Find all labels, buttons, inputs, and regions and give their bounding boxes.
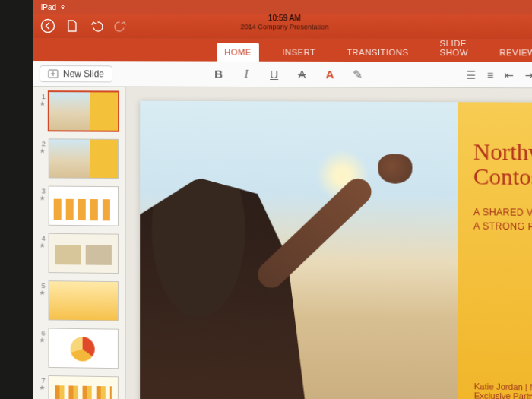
ribbon-tabs: HOME INSERT TRANSITIONS SLIDE SHOW REVIE…: [33, 38, 532, 62]
svg-point-0: [41, 19, 54, 32]
slide-sub-1: A SHARED VI: [473, 207, 532, 219]
indent-left-button[interactable]: ⇤: [505, 68, 514, 81]
file-icon[interactable]: [64, 17, 81, 34]
redo-icon[interactable]: [112, 17, 129, 34]
strike-button[interactable]: A: [294, 68, 309, 81]
thumb-2[interactable]: [49, 138, 119, 179]
wifi-icon: ᯤ: [61, 3, 68, 11]
ios-status-bar: iPad ᯤ: [33, 0, 532, 14]
slide-sub-2: A STRONG P: [473, 220, 532, 233]
numbered-button[interactable]: ≡: [487, 68, 493, 81]
slide-canvas[interactable]: Northw Contos A SHARED VI A STRONG P Kat…: [126, 87, 532, 399]
app-frame: iPad ᯤ 10:59 AM 2014 Company Presentatio…: [33, 0, 532, 399]
thumb-1[interactable]: [49, 91, 119, 131]
italic-button[interactable]: I: [239, 68, 254, 81]
tab-insert[interactable]: INSERT: [274, 43, 323, 62]
underline-button[interactable]: U: [266, 68, 281, 81]
new-slide-label: New Slide: [63, 68, 104, 79]
home-toolbar: New Slide B I U A A ✎ ☰ ≡ ⇤ ⇥: [33, 61, 532, 88]
slide-footer: Katie Jordan | N Exclusive Partne: [474, 382, 532, 399]
slide-title: Northw Contos: [473, 139, 532, 190]
indent-right-button[interactable]: ⇥: [525, 68, 532, 81]
undo-icon[interactable]: [88, 17, 105, 34]
font-color-button[interactable]: A: [322, 68, 337, 81]
format-group: B I U A A ✎: [120, 67, 458, 81]
slide-photo: [140, 101, 458, 399]
thumb-7[interactable]: [48, 375, 119, 399]
tab-home[interactable]: HOME: [217, 43, 259, 61]
bullets-button[interactable]: ☰: [466, 68, 476, 81]
device-label: iPad: [41, 3, 56, 11]
thumb-4[interactable]: [49, 233, 119, 274]
tab-review[interactable]: REVIEW: [492, 43, 532, 62]
bold-button[interactable]: B: [211, 68, 226, 81]
paragraph-group: ☰ ≡ ⇤ ⇥: [466, 68, 532, 81]
tab-transitions[interactable]: TRANSITIONS: [339, 43, 416, 62]
slide-1[interactable]: Northw Contos A SHARED VI A STRONG P Kat…: [140, 101, 532, 399]
slide-thumbnails: 1★ 2★ 3★ 4★ 5★ 6★ 7★ 8: [33, 87, 126, 399]
workarea: 1★ 2★ 3★ 4★ 5★ 6★ 7★ 8 Northw Contos: [33, 87, 532, 399]
tab-slideshow[interactable]: SLIDE SHOW: [432, 34, 476, 62]
new-slide-button[interactable]: New Slide: [40, 65, 112, 82]
thumb-5[interactable]: [49, 280, 119, 321]
thumb-6[interactable]: [48, 328, 118, 369]
slide-title-panel: Northw Contos A SHARED VI A STRONG P Kat…: [458, 102, 532, 399]
thumb-3[interactable]: [49, 186, 119, 226]
highlight-button[interactable]: ✎: [350, 68, 366, 81]
back-icon[interactable]: [40, 17, 56, 34]
